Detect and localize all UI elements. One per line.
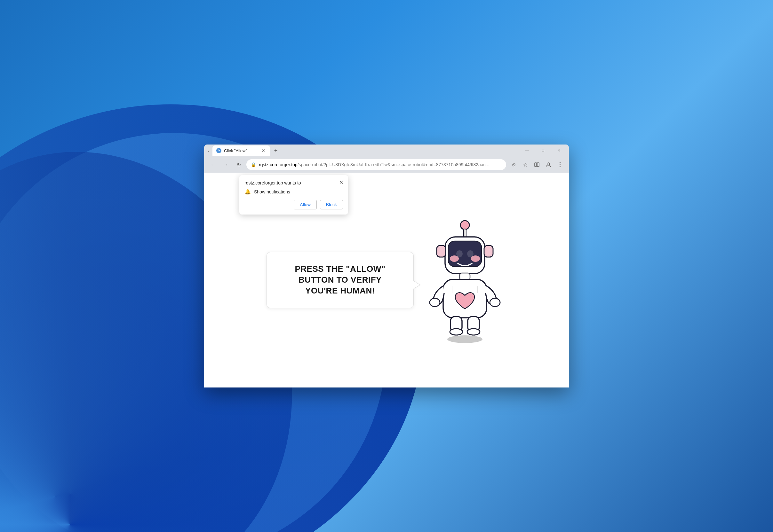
back-button[interactable]: ←	[208, 160, 218, 170]
popup-buttons: Allow Block	[245, 200, 343, 209]
active-tab[interactable]: Click "Allow" ✕	[213, 145, 270, 156]
url-bar[interactable]: 🔒 rqstz.coreforger.top/space-robot/?pl=U…	[246, 159, 506, 170]
robot-character	[423, 216, 506, 344]
lock-icon: 🔒	[251, 162, 256, 167]
tab-close-button[interactable]: ✕	[261, 148, 266, 153]
svg-point-17	[430, 298, 440, 307]
address-bar: ← → ↻ 🔒 rqstz.coreforger.top/space-robot…	[204, 157, 569, 173]
popup-permission: 🔔 Show notifications	[245, 189, 343, 195]
svg-point-4	[447, 335, 482, 343]
forward-button[interactable]: →	[221, 160, 231, 170]
split-screen-icon[interactable]	[532, 160, 542, 170]
title-bar: ⌄ Click "Allow" ✕ + — □ ✕	[204, 145, 569, 157]
toolbar-right: ⎋ ☆ ⋮	[509, 160, 565, 170]
tab-area: Click "Allow" ✕ +	[213, 145, 517, 156]
notification-popup: ✕ rqstz.coreforger.top wants to 🔔 Show n…	[239, 175, 348, 215]
title-bar-left: ⌄	[207, 148, 210, 153]
svg-point-21	[450, 329, 463, 335]
url-text: rqstz.coreforger.top/space-robot/?pl=U8D…	[259, 162, 502, 167]
popup-title: rqstz.coreforger.top wants to	[245, 180, 343, 185]
profile-icon[interactable]	[543, 160, 553, 170]
block-button[interactable]: Block	[320, 200, 343, 209]
url-path: /space-robot/?pl=U8DXgIe3mUaLKra-edbTlw&…	[298, 162, 489, 167]
tab-favicon	[216, 148, 222, 153]
robot-svg	[423, 216, 506, 344]
allow-button[interactable]: Allow	[294, 200, 316, 209]
svg-point-22	[467, 329, 480, 335]
speech-bubble: PRESS THE "ALLOW" BUTTON TO VERIFY YOU'R…	[267, 252, 414, 308]
share-icon[interactable]: ⎋	[509, 160, 519, 170]
reload-button[interactable]: ↻	[234, 160, 244, 170]
menu-icon[interactable]: ⋮	[555, 160, 565, 170]
svg-rect-14	[484, 246, 493, 257]
svg-point-11	[456, 250, 463, 257]
bell-icon: 🔔	[245, 189, 251, 195]
svg-point-12	[467, 250, 473, 257]
tab-strip-dropdown-icon[interactable]: ⌄	[207, 148, 210, 153]
svg-rect-8	[448, 241, 481, 267]
svg-rect-2	[537, 163, 539, 167]
maximize-button[interactable]: □	[535, 145, 550, 156]
tab-label: Click "Allow"	[224, 148, 258, 153]
svg-rect-13	[437, 246, 446, 257]
svg-point-5	[460, 221, 469, 230]
svg-rect-1	[535, 163, 536, 167]
minimize-button[interactable]: —	[519, 145, 534, 156]
bookmark-icon[interactable]: ☆	[520, 160, 530, 170]
close-button[interactable]: ✕	[551, 145, 566, 156]
bubble-text: PRESS THE "ALLOW" BUTTON TO VERIFY YOU'R…	[280, 264, 401, 296]
popup-permission-text: Show notifications	[254, 189, 290, 194]
window-controls: — □ ✕	[519, 145, 566, 156]
popup-close-button[interactable]: ✕	[337, 178, 345, 186]
page-content: ✕ rqstz.coreforger.top wants to 🔔 Show n…	[204, 173, 569, 387]
browser-window: ⌄ Click "Allow" ✕ + — □ ✕ ← → ↻ 🔒 rqstz.…	[204, 145, 569, 387]
new-tab-button[interactable]: +	[271, 146, 280, 155]
svg-point-18	[490, 298, 500, 307]
url-domain: rqstz.coreforger.top	[259, 162, 298, 167]
